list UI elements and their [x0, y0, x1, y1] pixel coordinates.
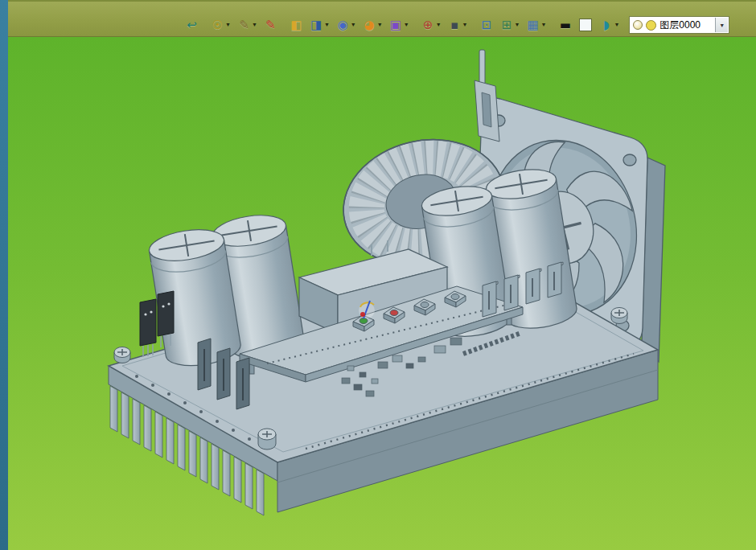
top-toolbar-band: ↩☉▼✎▼✎◧◨▼◉▼◕▼▣▼⊕▼▪▼⊡⊞▼▦▼▬◗▼ 图层0000 ▼	[0, 0, 756, 37]
model-canvas[interactable]	[8, 36, 756, 550]
color-swatch-icon[interactable]	[576, 16, 595, 34]
zoom-window-icon[interactable]: ⊡	[478, 16, 496, 34]
shade-sphere-icon: ◉	[336, 17, 350, 33]
3d-viewport[interactable]	[8, 36, 756, 550]
color-wheel-icon: ◕	[363, 17, 376, 33]
frame-icon: ▣	[389, 17, 403, 33]
dropdown-arrow-icon[interactable]: ▼	[377, 21, 383, 29]
target-icon[interactable]: ⊕▼	[419, 16, 444, 34]
dropdown-arrow-icon[interactable]: ▼	[324, 21, 330, 29]
line-width-icon[interactable]: ▬	[556, 16, 574, 34]
return-icon[interactable]: ↩	[183, 16, 201, 34]
cad-application-window: ↩☉▼✎▼✎◧◨▼◉▼◕▼▣▼⊕▼▪▼⊡⊞▼▦▼▬◗▼ 图层0000 ▼	[0, 0, 756, 550]
render-texture-icon: ▦	[526, 17, 540, 33]
dropdown-arrow-icon[interactable]: ▼	[351, 21, 356, 29]
dropdown-arrow-icon[interactable]: ▼	[462, 21, 468, 29]
primitive-box-icon[interactable]: ◧	[287, 16, 306, 34]
fit-view-icon: ⊞	[500, 17, 514, 33]
layer-dropdown-button[interactable]: ▼	[715, 18, 728, 32]
pen-icon: ✎	[237, 17, 251, 33]
shade-sphere-icon[interactable]: ◉▼	[334, 16, 359, 34]
dropdown-arrow-icon[interactable]: ▼	[252, 21, 257, 29]
dropdown-arrow-icon[interactable]: ▼	[404, 21, 409, 29]
dropdown-arrow-icon[interactable]: ▼	[515, 21, 520, 29]
screw-left[interactable]	[114, 347, 130, 363]
frame-icon[interactable]: ▣▼	[387, 16, 412, 34]
cube-icon: ◨	[310, 17, 323, 33]
line-width-icon: ▬	[558, 17, 572, 33]
render-texture-icon[interactable]: ▦▼	[524, 16, 549, 34]
zoom-window-icon: ⊡	[480, 17, 494, 33]
dropdown-arrow-icon[interactable]: ▼	[225, 21, 231, 29]
more-tools-icon: ▪	[448, 17, 462, 33]
screw-front[interactable]	[258, 429, 276, 449]
main-toolbar: ↩☉▼✎▼✎◧◨▼◉▼◕▼▣▼⊕▼▪▼⊡⊞▼▦▼▬◗▼ 图层0000 ▼	[182, 14, 729, 35]
layer-visibility-bulb-icon[interactable]	[633, 20, 643, 30]
color-swatch-icon	[579, 18, 592, 31]
return-icon: ↩	[185, 17, 199, 33]
layer-color-swatch[interactable]	[646, 20, 656, 31]
cube-icon[interactable]: ◨▼	[307, 16, 332, 34]
left-edge-bar	[0, 0, 8, 550]
fan-bracket[interactable]	[475, 50, 499, 142]
view-mode-icon[interactable]: ◗▼	[597, 16, 622, 34]
layer-selector[interactable]: 图层0000 ▼	[629, 16, 729, 34]
dropdown-arrow-icon[interactable]: ▼	[614, 21, 619, 29]
sketch-icon[interactable]: ✎	[261, 16, 280, 34]
dropdown-arrow-icon[interactable]: ▼	[436, 21, 442, 29]
lamp-icon[interactable]: ☉▼	[208, 16, 233, 34]
lamp-icon: ☉	[211, 17, 224, 33]
screw-right[interactable]	[611, 308, 627, 324]
primitive-box-icon: ◧	[290, 17, 303, 33]
view-mode-icon: ◗	[599, 17, 613, 33]
fit-view-icon[interactable]: ⊞▼	[498, 16, 523, 34]
more-tools-icon[interactable]: ▪▼	[446, 16, 470, 34]
dropdown-arrow-icon[interactable]: ▼	[540, 21, 546, 29]
sketch-icon: ✎	[264, 17, 277, 33]
pen-icon[interactable]: ✎▼	[235, 16, 260, 34]
color-wheel-icon[interactable]: ◕▼	[360, 16, 385, 34]
layer-name: 图层0000	[659, 18, 712, 32]
target-icon: ⊕	[421, 17, 435, 33]
